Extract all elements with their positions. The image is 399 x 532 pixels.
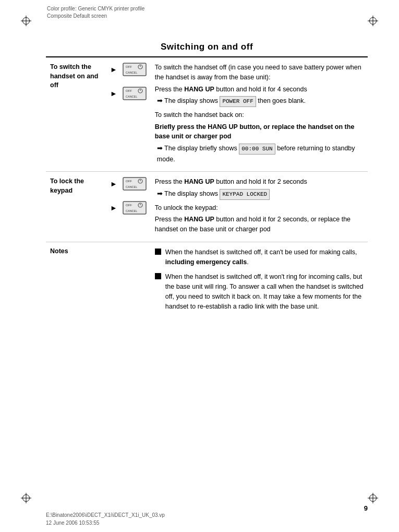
note-text-2: When the handset is switched off, it won… <box>165 272 364 311</box>
hang-up-bold-1: HANG UP <box>184 86 214 93</box>
reg-mark-tr <box>368 16 378 26</box>
label-lock-keypad-text: To lock the keypad <box>50 178 84 194</box>
file-path-line2: 12 June 2006 10:53:55 <box>46 519 165 527</box>
page-title: Switching on and off <box>46 42 368 52</box>
reg-mark-bl <box>21 493 31 503</box>
content-table: To switch the handset on and off ► OFF <box>46 57 368 322</box>
svg-text:OFF: OFF <box>126 204 132 207</box>
icon-pair-3: ► OFF CANCEL <box>110 177 147 191</box>
icon-cell-lock: ► OFF CANCEL ► <box>106 172 151 242</box>
file-path: E:\Binatone2006\iDECT_X1i\iDECT_X1i_UK_0… <box>46 511 165 527</box>
crosshair-bl <box>21 493 31 503</box>
switch-instruction-1: Press the HANG UP button and hold it for… <box>155 85 364 94</box>
briefly-bold: Briefly press the HANG UP button, or rep… <box>155 123 355 140</box>
arrow-icon-2: ► <box>110 89 117 98</box>
reg-mark-tl <box>21 16 31 26</box>
crosshair-tl <box>21 16 31 26</box>
hang-up-bold-2: HANG UP <box>208 123 237 131</box>
note-item-1: When the handset is switched off, it can… <box>155 247 364 267</box>
button-icon-1: OFF CANCEL <box>123 63 147 76</box>
switch-icons: ► OFF CANCEL ► <box>110 63 147 100</box>
svg-text:CANCEL: CANCEL <box>126 209 137 212</box>
switch-arrow-1: ➡ The display shows POWER OFF then goes … <box>157 96 364 107</box>
svg-text:OFF: OFF <box>126 180 132 183</box>
crosshair-tr <box>368 16 378 26</box>
svg-text:OFF: OFF <box>126 89 132 92</box>
note-bullet-2 <box>155 273 161 279</box>
label-lock-keypad: To lock the keypad <box>46 172 106 242</box>
button-icon-3: OFF CANCEL <box>123 177 147 191</box>
page: Color profile: Generic CMYK printer prof… <box>0 0 399 532</box>
page-number: 9 <box>364 504 368 512</box>
unlock-intro: To unlock the keypad: <box>155 203 364 213</box>
button-icon-4: OFF CANCEL <box>123 201 147 215</box>
content-lock: Press the HANG UP button and hold it for… <box>151 172 368 242</box>
label-switch-on-off-text: To switch the handset on and off <box>50 63 98 89</box>
keypad-locked-display: KEYPAD LOCKED <box>220 189 270 200</box>
emergency-calls-bold: including emergency calls <box>165 258 247 266</box>
lock-instruction-1: Press the HANG UP button and hold it for… <box>155 177 364 187</box>
notes-row: Notes When the handset is switched off, … <box>46 242 368 322</box>
svg-text:CANCEL: CANCEL <box>126 71 137 74</box>
circle-br <box>369 494 377 502</box>
main-content: Switching on and off To switch the hands… <box>46 42 368 490</box>
note-item-2: When the handset is switched off, it won… <box>155 272 364 311</box>
switch-arrow-2: ➡ The display briefly shows 00:00 SUN be… <box>157 144 364 164</box>
switch-instruction-2: Briefly press the HANG UP button, or rep… <box>155 122 364 142</box>
arrow-icon-3: ► <box>110 180 117 188</box>
notes-label: Notes <box>46 242 106 322</box>
content-switch: To switch the handset off (in case you n… <box>151 57 368 172</box>
power-off-display: POWER OFF <box>220 96 256 107</box>
lock-arrow-1: ➡ The display shows KEYPAD LOCKED <box>157 189 364 200</box>
crosshair-br <box>368 493 378 503</box>
icon-cell-switch: ► OFF CANCEL ► <box>106 57 151 172</box>
button-icon-2: OFF CANCEL <box>123 87 147 100</box>
section-switch-on-off: To switch the handset on and off ► OFF <box>46 57 368 172</box>
arrow-icon-1: ► <box>110 65 117 74</box>
notes-content: When the handset is switched off, it can… <box>151 242 368 322</box>
svg-text:CANCEL: CANCEL <box>126 185 137 188</box>
arrow-icon-4: ► <box>110 204 117 212</box>
lock-instruction-2: Press the HANG UP button and hold it for… <box>155 215 364 234</box>
icon-pair-2: ► OFF CANCEL <box>110 87 147 100</box>
note-text-1: When the handset is switched off, it can… <box>165 247 364 267</box>
lock-icons: ► OFF CANCEL ► <box>110 177 147 215</box>
icon-pair-4: ► OFF CANCEL <box>110 201 147 215</box>
time-display: 00:00 SUN <box>239 144 275 155</box>
note-bullet-1 <box>155 249 161 255</box>
icon-pair-1: ► OFF CANCEL <box>110 63 147 76</box>
circle-tl <box>22 17 30 25</box>
circle-bl <box>22 494 30 502</box>
color-profile-text: Color profile: Generic CMYK printer prof… <box>47 5 144 20</box>
switch-back-on-intro: To switch the handset back on: <box>155 110 364 120</box>
svg-text:CANCEL: CANCEL <box>126 95 137 98</box>
notes-icon-cell <box>106 242 151 322</box>
hang-up-bold-4: HANG UP <box>184 216 214 223</box>
reg-mark-br <box>368 493 378 503</box>
label-switch-on-off: To switch the handset on and off <box>46 57 106 172</box>
section-lock-keypad: To lock the keypad ► OFF <box>46 172 368 242</box>
circle-tr <box>369 17 377 25</box>
switch-intro: To switch the handset off (in case you n… <box>155 63 364 82</box>
file-path-line1: E:\Binatone2006\iDECT_X1i\iDECT_X1i_UK_0… <box>46 511 165 519</box>
svg-text:OFF: OFF <box>126 65 132 68</box>
hang-up-bold-3: HANG UP <box>184 178 214 185</box>
